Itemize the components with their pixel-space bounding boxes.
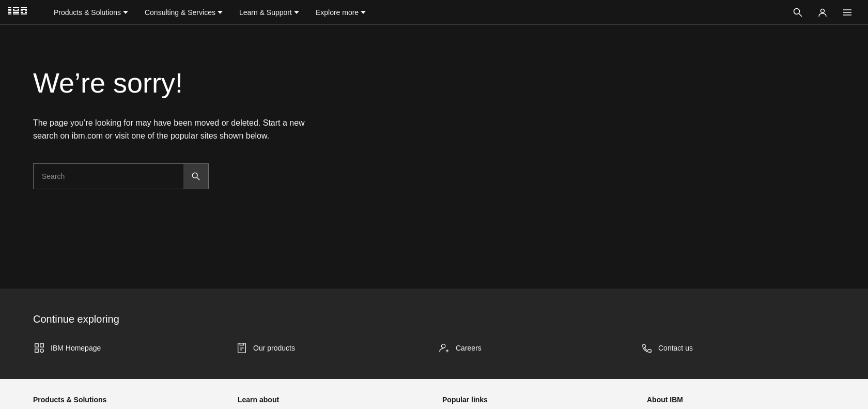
hero-section: We’re sorry! The page you’re looking for…	[0, 25, 868, 289]
svg-rect-16	[21, 13, 23, 14]
nav-user-button[interactable]	[810, 0, 835, 25]
svg-point-23	[794, 8, 800, 14]
search-bar	[33, 163, 209, 189]
svg-rect-2	[8, 10, 11, 11]
svg-rect-32	[40, 344, 43, 347]
svg-rect-6	[13, 10, 19, 11]
nav-explore-more[interactable]: Explore more	[307, 0, 374, 25]
svg-rect-3	[8, 12, 11, 13]
svg-rect-9	[13, 9, 14, 10]
explore-links: IBM Homepage Our products	[33, 342, 835, 354]
footer-popular-heading: Popular links	[442, 396, 630, 404]
phone-icon	[641, 342, 653, 354]
svg-rect-4	[8, 13, 11, 14]
svg-rect-5	[13, 7, 19, 8]
menu-icon	[842, 7, 853, 18]
svg-rect-8	[13, 13, 19, 14]
nav-links: Products & Solutions Consulting & Servic…	[45, 0, 785, 25]
footer-column-popular: Popular links	[442, 396, 630, 408]
explore-ibm-homepage[interactable]: IBM Homepage	[33, 342, 227, 354]
nav-actions	[785, 0, 860, 25]
ibm-logo-svg	[8, 7, 33, 18]
svg-rect-21	[23, 9, 25, 10]
explore-contact-us[interactable]: Contact us	[641, 342, 835, 354]
nav-search-button[interactable]	[785, 0, 810, 25]
search-icon	[793, 7, 803, 18]
svg-point-29	[192, 173, 197, 178]
nav-consulting-services[interactable]: Consulting & Services	[136, 0, 231, 25]
svg-rect-17	[25, 9, 27, 10]
search-icon	[191, 172, 200, 181]
svg-rect-31	[35, 344, 38, 347]
chevron-down-icon	[294, 10, 299, 15]
svg-line-24	[799, 13, 802, 17]
footer-learn-heading: Learn about	[238, 396, 426, 404]
nav-menu-button[interactable]	[835, 0, 860, 25]
svg-rect-15	[21, 12, 23, 13]
svg-rect-14	[21, 10, 23, 11]
svg-rect-33	[35, 349, 38, 352]
search-input[interactable]	[34, 164, 183, 189]
footer-column-products: Products & Solutions	[33, 396, 221, 408]
nav-learn-support[interactable]: Learn & Support	[231, 0, 307, 25]
products-icon	[236, 342, 248, 354]
svg-rect-13	[21, 9, 23, 10]
footer-column-learn: Learn about	[238, 396, 426, 408]
chevron-down-icon	[218, 10, 223, 15]
careers-icon	[438, 342, 451, 354]
building-icon	[33, 342, 45, 354]
svg-rect-7	[13, 12, 19, 13]
svg-rect-0	[8, 7, 11, 8]
svg-rect-20	[25, 13, 27, 14]
svg-rect-1	[8, 9, 11, 10]
explore-careers[interactable]: Careers	[438, 342, 632, 354]
hero-heading: We’re sorry!	[33, 66, 835, 100]
footer-products-heading: Products & Solutions	[33, 396, 221, 404]
svg-line-30	[197, 177, 199, 180]
svg-rect-22	[23, 13, 25, 14]
footer-column-about: About IBM	[647, 396, 835, 408]
svg-rect-18	[25, 10, 27, 11]
hero-body: The page you’re looking for may have bee…	[33, 116, 322, 143]
svg-point-34	[40, 349, 43, 352]
svg-point-25	[821, 9, 825, 12]
footer: Products & Solutions Learn about Popular…	[0, 379, 868, 409]
footer-columns: Products & Solutions Learn about Popular…	[33, 396, 835, 408]
search-submit-button[interactable]	[183, 164, 208, 189]
svg-rect-10	[18, 9, 19, 10]
continue-section: Continue exploring IBM Homepage	[0, 289, 868, 379]
svg-point-38	[442, 344, 445, 348]
navbar: Products & Solutions Consulting & Servic…	[0, 0, 868, 25]
ibm-logo[interactable]	[8, 7, 33, 18]
nav-products-solutions[interactable]: Products & Solutions	[45, 0, 136, 25]
chevron-down-icon	[123, 10, 128, 15]
continue-heading: Continue exploring	[33, 313, 835, 325]
chevron-down-icon	[361, 10, 366, 15]
footer-about-heading: About IBM	[647, 396, 835, 404]
svg-rect-19	[25, 12, 27, 13]
explore-our-products[interactable]: Our products	[236, 342, 430, 354]
svg-rect-12	[21, 7, 27, 8]
user-icon	[817, 7, 828, 18]
